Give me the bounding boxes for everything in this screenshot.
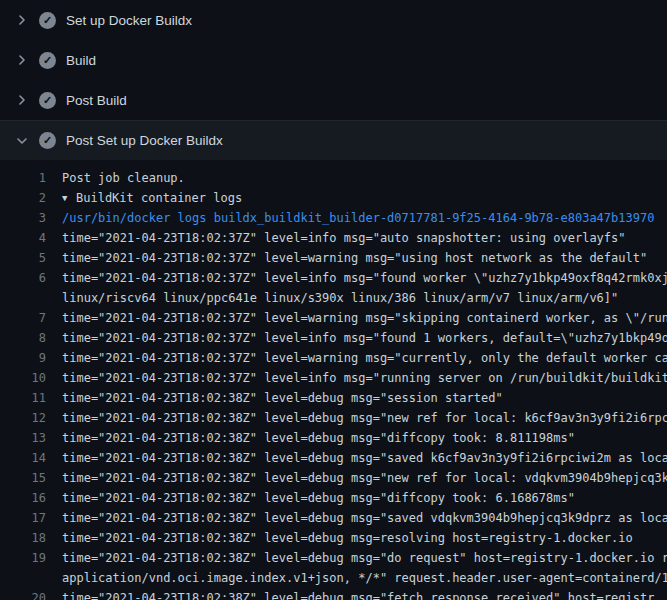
log-line-number[interactable]: 5	[14, 248, 46, 268]
step-section-header[interactable]: ✓ Set up Docker Buildx	[0, 0, 667, 40]
check-circle-icon: ✓	[39, 52, 56, 69]
log-line-text: time="2021-04-23T18:02:38Z" level=debug …	[62, 488, 667, 508]
log-line-text: time="2021-04-23T18:02:38Z" level=debug …	[62, 548, 667, 568]
log-line-text: time="2021-04-23T18:02:38Z" level=debug …	[62, 528, 667, 548]
step-section: ✓ Build	[0, 40, 667, 80]
log-line: 4 time="2021-04-23T18:02:37Z" level=info…	[0, 228, 667, 248]
step-section-header[interactable]: ✓ Post Build	[0, 80, 667, 120]
log-line: 15 time="2021-04-23T18:02:38Z" level=deb…	[0, 468, 667, 488]
actions-log-viewer: ✓ Set up Docker Buildx ✓ Build ✓ Post Bu	[0, 0, 667, 600]
log-line: 3 /usr/bin/docker logs buildx_buildkit_b…	[0, 208, 667, 228]
log-line-text: time="2021-04-23T18:02:37Z" level=warnin…	[62, 308, 667, 328]
log-line-number[interactable]: 2	[14, 188, 46, 208]
log-line-number[interactable]	[14, 288, 46, 308]
log-line: 17 time="2021-04-23T18:02:38Z" level=deb…	[0, 508, 667, 528]
log-line: 7 time="2021-04-23T18:02:37Z" level=warn…	[0, 308, 667, 328]
log-line-number[interactable]: 16	[14, 488, 46, 508]
group-toggle-icon[interactable]: ▼	[62, 188, 76, 208]
log-line-number[interactable]: 10	[14, 368, 46, 388]
check-circle-icon: ✓	[39, 132, 56, 149]
log-line-number[interactable]: 19	[14, 548, 46, 568]
chevron-right-icon	[14, 52, 30, 68]
log-line-number[interactable]: 13	[14, 428, 46, 448]
log-line: 1 Post job cleanup.	[0, 168, 667, 188]
log-line: 12 time="2021-04-23T18:02:38Z" level=deb…	[0, 408, 667, 428]
log-line-text: time="2021-04-23T18:02:38Z" level=debug …	[62, 468, 667, 488]
log-line-number[interactable]: 3	[14, 208, 46, 228]
log-line-number[interactable]: 20	[14, 588, 46, 600]
log-line: 18 time="2021-04-23T18:02:38Z" level=deb…	[0, 528, 667, 548]
log-line-text: application/vnd.oci.image.index.v1+json,…	[62, 568, 667, 588]
log-line-number[interactable]: 12	[14, 408, 46, 428]
log-line-number[interactable]: 8	[14, 328, 46, 348]
step-section-header[interactable]: ✓ Build	[0, 40, 667, 80]
step-section-label: Set up Docker Buildx	[66, 13, 192, 28]
log-line: 10 time="2021-04-23T18:02:37Z" level=inf…	[0, 368, 667, 388]
log-line: 6 time="2021-04-23T18:02:37Z" level=info…	[0, 268, 667, 288]
log-line-number[interactable]: 6	[14, 268, 46, 288]
step-section: ✓ Post Set up Docker Buildx 1 Post job c…	[0, 120, 667, 600]
log-line-text: linux/riscv64 linux/ppc641e linux/s390x …	[62, 288, 667, 308]
check-circle-icon: ✓	[39, 12, 56, 29]
log-line: 19 time="2021-04-23T18:02:38Z" level=deb…	[0, 548, 667, 568]
log-line-text: time="2021-04-23T18:02:37Z" level=info m…	[62, 228, 667, 248]
log-line: linux/riscv64 linux/ppc641e linux/s390x …	[0, 288, 667, 308]
log-line: 8 time="2021-04-23T18:02:37Z" level=info…	[0, 328, 667, 348]
step-section-label: Build	[66, 53, 96, 68]
log-line-text: /usr/bin/docker logs buildx_buildkit_bui…	[62, 208, 667, 228]
log-line-text: time="2021-04-23T18:02:38Z" level=debug …	[62, 508, 667, 528]
log-line: 20 time="2021-04-23T18:02:38Z" level=deb…	[0, 588, 667, 600]
log-line: application/vnd.oci.image.index.v1+json,…	[0, 568, 667, 588]
log-line-number[interactable]: 11	[14, 388, 46, 408]
chevron-right-icon	[14, 12, 30, 28]
chevron-right-icon	[14, 92, 30, 108]
log-line-number[interactable]: 7	[14, 308, 46, 328]
log-line-text: time="2021-04-23T18:02:38Z" level=debug …	[62, 408, 667, 428]
log-line: 11 time="2021-04-23T18:02:38Z" level=deb…	[0, 388, 667, 408]
log-line-text: Post job cleanup.	[62, 168, 667, 188]
step-section-header[interactable]: ✓ Post Set up Docker Buildx	[0, 120, 667, 160]
log-line: 9 time="2021-04-23T18:02:37Z" level=warn…	[0, 348, 667, 368]
log-line-text: time="2021-04-23T18:02:37Z" level=warnin…	[62, 248, 667, 268]
log-line-text: time="2021-04-23T18:02:37Z" level=warnin…	[62, 348, 667, 368]
log-line: 14 time="2021-04-23T18:02:38Z" level=deb…	[0, 448, 667, 468]
log-line-text: time="2021-04-23T18:02:38Z" level=debug …	[62, 588, 667, 600]
log-line-text: time="2021-04-23T18:02:37Z" level=info m…	[62, 268, 667, 288]
step-sections: ✓ Set up Docker Buildx ✓ Build ✓ Post Bu	[0, 0, 667, 600]
log-line-number[interactable]: 18	[14, 528, 46, 548]
log-line-number[interactable]: 15	[14, 468, 46, 488]
log-line-number[interactable]: 4	[14, 228, 46, 248]
log-line-text: BuildKit container logs	[76, 188, 667, 208]
log-line: 13 time="2021-04-23T18:02:38Z" level=deb…	[0, 428, 667, 448]
step-section-label: Post Set up Docker Buildx	[66, 133, 223, 148]
log-line: 16 time="2021-04-23T18:02:38Z" level=deb…	[0, 488, 667, 508]
log-line-number[interactable]: 9	[14, 348, 46, 368]
log-line-text: time="2021-04-23T18:02:37Z" level=info m…	[62, 328, 667, 348]
step-section-label: Post Build	[66, 93, 127, 108]
log-line-number[interactable]	[14, 568, 46, 588]
check-circle-icon: ✓	[39, 92, 56, 109]
log-line: 2 ▼ BuildKit container logs	[0, 188, 667, 208]
log-body: 1 Post job cleanup. 2 ▼ BuildKit contain…	[0, 160, 667, 600]
log-line: 5 time="2021-04-23T18:02:37Z" level=warn…	[0, 248, 667, 268]
log-line-text: time="2021-04-23T18:02:38Z" level=debug …	[62, 428, 667, 448]
log-line-number[interactable]: 14	[14, 448, 46, 468]
log-line-text: time="2021-04-23T18:02:38Z" level=debug …	[62, 448, 667, 468]
step-section: ✓ Set up Docker Buildx	[0, 0, 667, 40]
log-line-number[interactable]: 1	[14, 168, 46, 188]
log-line-number[interactable]: 17	[14, 508, 46, 528]
step-section: ✓ Post Build	[0, 80, 667, 120]
log-line-text: time="2021-04-23T18:02:38Z" level=debug …	[62, 388, 667, 408]
log-line-text: time="2021-04-23T18:02:37Z" level=info m…	[62, 368, 667, 388]
chevron-down-icon	[14, 133, 30, 149]
